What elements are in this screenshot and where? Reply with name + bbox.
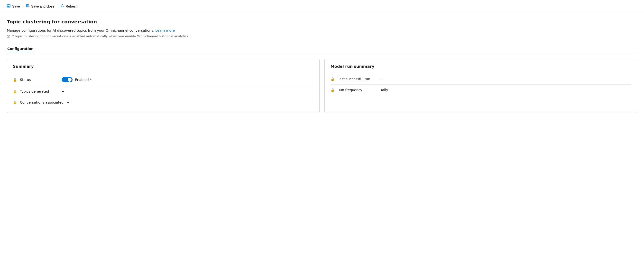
status-toggle-container: Enabled * — [62, 77, 92, 82]
status-lock-icon: 🔒 — [13, 78, 17, 82]
refresh-icon — [60, 4, 64, 9]
page-description: Manage configurations for AI discovered … — [7, 29, 637, 32]
run-frequency-value: Daily — [380, 88, 388, 92]
save-button[interactable]: Save — [5, 3, 22, 10]
page-title: Topic clustering for conversation — [7, 19, 637, 25]
conversations-associated-value: -- — [66, 100, 69, 104]
summary-card: Summary 🔒 Status Enabled * 🔒 Topics gene… — [7, 59, 320, 113]
save-close-icon — [26, 4, 30, 9]
last-run-label: Last successful run — [338, 77, 376, 81]
svg-rect-5 — [27, 5, 28, 5]
save-icon — [7, 4, 11, 9]
refresh-button[interactable]: Refresh — [58, 3, 80, 10]
tab-configuration[interactable]: Configuration — [7, 45, 34, 53]
status-value: Enabled * — [75, 78, 92, 82]
last-run-value: -- — [380, 77, 382, 81]
status-toggle[interactable] — [62, 77, 72, 82]
topics-lock-icon: 🔒 — [13, 89, 17, 93]
tabs: Configuration — [7, 45, 637, 53]
toolbar: Save Save and close Refresh — [0, 0, 644, 13]
refresh-label: Refresh — [66, 5, 78, 8]
conversations-lock-icon: 🔒 — [13, 100, 17, 104]
svg-rect-3 — [8, 6, 10, 7]
save-and-close-label: Save and close — [31, 5, 54, 8]
topics-generated-value: -- — [62, 89, 64, 93]
summary-card-title: Summary — [13, 64, 314, 69]
info-icon: ⓘ — [7, 35, 10, 39]
save-label: Save — [12, 5, 20, 8]
cards-container: Summary 🔒 Status Enabled * 🔒 Topics gene… — [7, 59, 637, 113]
status-label: Status — [20, 78, 59, 82]
description-text: Manage configurations for AI discovered … — [7, 29, 154, 32]
conversations-associated-label: Conversations associated — [20, 100, 64, 104]
status-row: 🔒 Status Enabled * — [13, 74, 314, 86]
info-note-text: * Topic clustering for conversations is … — [12, 34, 189, 38]
run-frequency-label: Run frequency — [338, 88, 376, 92]
svg-rect-7 — [27, 6, 28, 6]
save-and-close-button[interactable]: Save and close — [24, 3, 56, 10]
model-run-card-title: Model run summary — [330, 64, 631, 69]
run-frequency-row: 🔒 Run frequency Daily — [330, 85, 631, 95]
topics-generated-label: Topics generated — [20, 89, 59, 93]
last-run-lock-icon: 🔒 — [330, 77, 335, 81]
info-note: ⓘ * Topic clustering for conversations i… — [7, 34, 637, 39]
learn-more-link[interactable]: Learn more — [155, 29, 175, 32]
svg-rect-1 — [8, 5, 10, 5]
page-content: Topic clustering for conversation Manage… — [0, 13, 644, 119]
model-run-card: Model run summary 🔒 Last successful run … — [324, 59, 637, 113]
last-run-row: 🔒 Last successful run -- — [330, 74, 631, 85]
run-frequency-lock-icon: 🔒 — [330, 88, 335, 92]
conversations-associated-row: 🔒 Conversations associated -- — [13, 97, 314, 108]
topics-generated-row: 🔒 Topics generated -- — [13, 86, 314, 97]
